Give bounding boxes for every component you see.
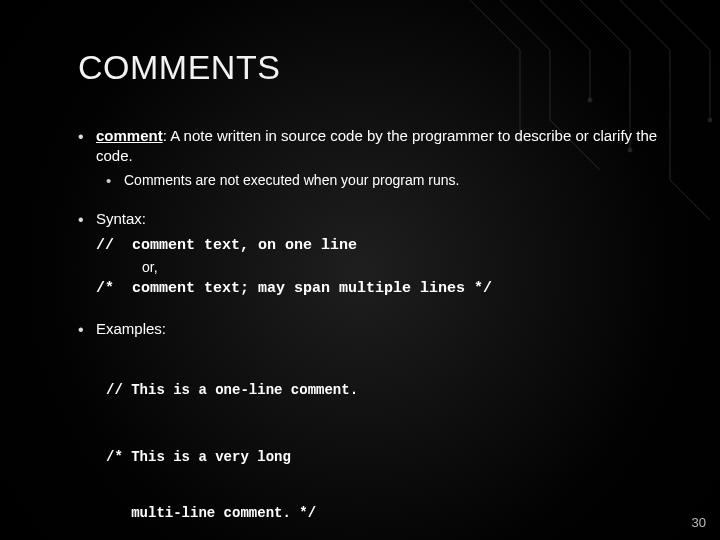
examples-label: Examples: (96, 320, 166, 337)
example-multi-line-1: /* This is a very long (106, 448, 660, 467)
slide: COMMENTS comment: A note written in sour… (0, 0, 720, 540)
sub-bullet-not-executed: Comments are not executed when your prog… (106, 171, 660, 190)
syntax-line2-mid: comment text; may span multiple lines (114, 280, 474, 297)
example-multi-line-2: multi-line comment. */ (106, 504, 660, 523)
token-slashstar-open: /* (96, 280, 114, 297)
term-comment: comment (96, 127, 163, 144)
syntax-label: Syntax: (96, 210, 146, 227)
bullet-examples: Examples: (78, 319, 660, 339)
syntax-block: // comment text, on one line or, /* comm… (96, 236, 660, 299)
syntax-line-multi: /* comment text; may span multiple lines… (96, 279, 660, 299)
token-slashstar-close: */ (474, 280, 492, 297)
syntax-or: or, (142, 258, 660, 277)
bullet-syntax: Syntax: (78, 209, 660, 229)
syntax-line1-rest: comment text, on one line (114, 237, 357, 254)
bullet-comment-def: comment: A note written in source code b… (78, 126, 660, 167)
example-one-line: // This is a one-line comment. (106, 381, 660, 400)
syntax-line-single: // comment text, on one line (96, 236, 660, 256)
slide-title: COMMENTS (78, 48, 280, 87)
comment-def-text: : A note written in source code by the p… (96, 127, 657, 164)
svg-point-3 (708, 118, 712, 122)
svg-point-1 (588, 98, 592, 102)
slide-number: 30 (692, 515, 706, 530)
token-slashslash: // (96, 237, 114, 254)
examples-block: // This is a one-line comment. /* This i… (106, 343, 660, 540)
slide-content: comment: A note written in source code b… (78, 126, 660, 540)
